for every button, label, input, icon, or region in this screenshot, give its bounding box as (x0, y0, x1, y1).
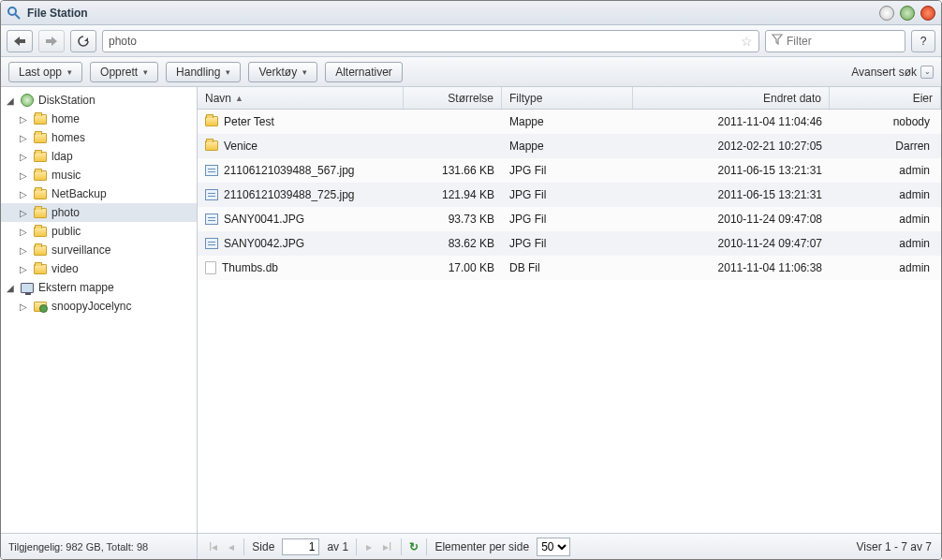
sidebar-item-snoopyJocelync[interactable]: ▷snoopyJocelync (1, 297, 197, 316)
tree-label: ldap (52, 150, 73, 163)
expand-icon[interactable]: ▷ (18, 152, 29, 162)
cell-date: 2010-11-24 09:47:08 (718, 213, 822, 226)
table-row[interactable]: Thumbs.db17.00 KBDB Fil2011-11-04 11:06:… (198, 256, 941, 280)
cell-owner: admin (899, 237, 930, 250)
filter-input[interactable] (787, 35, 927, 48)
tree-label: home (52, 112, 80, 125)
sidebar-item-video[interactable]: ▷video (1, 259, 197, 278)
page-input[interactable] (282, 538, 319, 555)
cell-size: 121.94 KB (442, 188, 494, 201)
network-folder-icon (34, 302, 47, 312)
upload-button[interactable]: Last opp▾ (8, 62, 82, 82)
folder-icon (205, 116, 218, 126)
table-row[interactable]: SANY0041.JPG93.73 KBJPG Fil2010-11-24 09… (198, 207, 941, 231)
refresh-button[interactable] (70, 30, 96, 52)
cell-date: 2010-11-24 09:47:07 (718, 237, 822, 250)
column-header-name[interactable]: Navn▲ (198, 87, 404, 109)
sidebar-item-public[interactable]: ▷public (1, 222, 197, 241)
tree-label: public (52, 225, 81, 238)
monitor-icon (21, 283, 34, 293)
cell-size: 93.73 KB (449, 213, 494, 226)
prev-page-button[interactable]: ◂ (227, 540, 236, 553)
filter-icon (772, 34, 783, 48)
cell-type: DB Fil (509, 261, 540, 274)
forward-button[interactable] (38, 30, 65, 52)
expand-icon[interactable]: ▷ (18, 208, 29, 218)
column-header-size[interactable]: Størrelse (404, 87, 502, 109)
first-page-button[interactable]: I◂ (207, 540, 219, 553)
back-button[interactable] (7, 30, 33, 52)
sidebar-item-surveillance[interactable]: ▷surveillance (1, 241, 197, 259)
image-file-icon (205, 238, 218, 249)
expand-icon[interactable]: ▷ (18, 302, 29, 312)
cell-name: Peter Test (224, 115, 274, 128)
column-header-type[interactable]: Filtype (502, 87, 633, 109)
image-file-icon (205, 189, 218, 200)
tool-button[interactable]: Verktøy▾ (248, 62, 317, 82)
sort-asc-icon: ▲ (235, 94, 243, 103)
sidebar-item-homes[interactable]: ▷homes (1, 128, 197, 147)
tree-label: surveillance (52, 243, 110, 257)
cell-name: Venice (224, 140, 258, 153)
sidebar-item-NetBackup[interactable]: ▷NetBackup (1, 184, 197, 203)
cell-type: JPG Fil (509, 237, 546, 250)
tree-label: homes (52, 131, 85, 144)
advanced-search-toggle[interactable]: Avansert søk ⌄ (851, 66, 934, 79)
chevron-down-icon: ▾ (143, 67, 148, 77)
expand-icon[interactable]: ▷ (18, 264, 29, 274)
folder-icon (34, 189, 47, 199)
table-row[interactable]: SANY0042.JPG83.62 KBJPG Fil2010-11-24 09… (198, 231, 941, 256)
table-row[interactable]: 21106121039488_567.jpg131.66 KBJPG Fil20… (198, 158, 941, 183)
column-header-owner[interactable]: Eier (830, 87, 941, 109)
tree-root-external[interactable]: ◢ Ekstern mappe (1, 278, 197, 297)
sidebar-item-music[interactable]: ▷music (1, 166, 197, 184)
expand-icon[interactable]: ▷ (18, 133, 29, 143)
path-input[interactable] (109, 35, 741, 48)
cell-date: 2011-06-15 13:21:31 (718, 188, 822, 201)
chevron-down-icon: ▾ (67, 67, 72, 77)
tree-root-diskstation[interactable]: ◢ DiskStation (1, 91, 197, 110)
minimize-button[interactable] (879, 6, 894, 21)
action-button[interactable]: Handling▾ (166, 62, 241, 82)
folder-icon (34, 152, 47, 162)
tree-label: DiskStation (38, 94, 96, 107)
create-button[interactable]: Opprett▾ (90, 62, 158, 82)
expand-icon[interactable]: ▷ (18, 114, 29, 125)
cell-type: Mappe (509, 140, 544, 153)
navbar: ☆ ? (1, 25, 941, 57)
refresh-grid-button[interactable]: ↻ (409, 540, 419, 553)
collapse-icon[interactable]: ◢ (5, 96, 16, 106)
cell-date: 2011-11-04 11:04:46 (718, 115, 822, 128)
disk-icon (21, 94, 34, 107)
grid-header: Navn▲ Størrelse Filtype Endret dato Eier (198, 87, 941, 110)
options-button[interactable]: Alternativer (325, 62, 403, 82)
table-row[interactable]: Peter TestMappe2011-11-04 11:04:46nobody (198, 110, 941, 134)
maximize-button[interactable] (900, 6, 915, 21)
next-page-button[interactable]: ▸ (364, 540, 374, 553)
cell-owner: admin (899, 164, 930, 177)
tree-label: music (52, 169, 81, 182)
help-button[interactable]: ? (911, 30, 935, 52)
per-page-select[interactable]: 50 (537, 538, 570, 556)
table-row[interactable]: VeniceMappe2012-02-21 10:27:05Darren (198, 134, 941, 158)
expand-icon[interactable]: ▷ (18, 170, 29, 181)
sidebar-item-home[interactable]: ▷home (1, 110, 197, 128)
favorite-star-icon[interactable]: ☆ (741, 34, 753, 49)
expand-icon[interactable]: ▷ (18, 227, 29, 237)
expand-icon[interactable]: ▷ (18, 189, 29, 199)
svg-line-1 (15, 14, 20, 19)
toolbar: Last opp▾ Opprett▾ Handling▾ Verktøy▾ Al… (1, 57, 941, 87)
filter-box[interactable] (765, 30, 905, 52)
folder-icon (34, 208, 47, 218)
table-row[interactable]: 21106121039488_725.jpg121.94 KBJPG Fil20… (198, 183, 941, 207)
last-page-button[interactable]: ▸I (381, 540, 393, 553)
chevron-down-icon: ▾ (226, 67, 230, 77)
path-box[interactable]: ☆ (102, 30, 759, 52)
expand-icon[interactable]: ▷ (18, 245, 29, 256)
close-button[interactable] (920, 6, 935, 21)
collapse-icon[interactable]: ◢ (5, 283, 16, 293)
sidebar-item-photo[interactable]: ▷photo (1, 203, 197, 222)
sidebar-item-ldap[interactable]: ▷ldap (1, 147, 197, 166)
column-header-date[interactable]: Endret dato (633, 87, 830, 109)
cell-owner: nobody (893, 115, 930, 128)
